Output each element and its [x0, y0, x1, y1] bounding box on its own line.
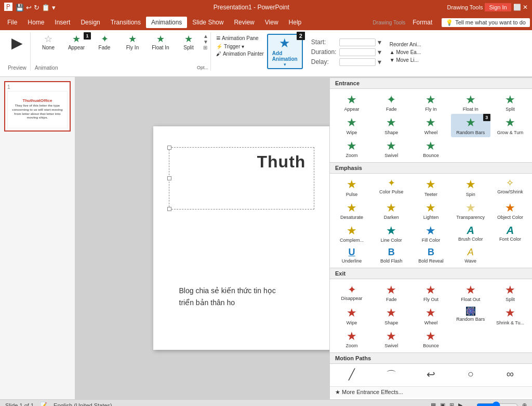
slideshow-icon[interactable]: ▶: [458, 402, 462, 406]
motion-loop[interactable]: ∞: [490, 366, 530, 384]
normal-view-icon[interactable]: ▦: [431, 402, 436, 406]
handle-tl[interactable]: [167, 146, 171, 150]
anim-none[interactable]: ☆ None: [35, 32, 62, 51]
anim-randombars[interactable]: ★ Random Bars 3: [451, 114, 490, 137]
start-dropdown[interactable]: ▾: [378, 38, 381, 46]
motion-line[interactable]: ╱: [332, 366, 371, 384]
menu-item-home[interactable]: Home: [22, 17, 49, 28]
motion-circle[interactable]: ○: [451, 366, 490, 384]
anim-bounce[interactable]: ★ Bounce: [411, 137, 450, 160]
save-icon[interactable]: 💾: [16, 4, 24, 11]
anim-brushcolor[interactable]: A Brush Color: [451, 222, 490, 245]
anim-floatin[interactable]: ★ Float In: [147, 32, 174, 51]
anim-fillcolor[interactable]: ★ Fill Color: [411, 222, 450, 245]
sign-in-button[interactable]: Sign In: [485, 3, 511, 11]
anim-appear[interactable]: ★ Appear: [332, 91, 371, 114]
anim-split[interactable]: ★ Split: [175, 32, 202, 51]
zoom-slider[interactable]: [476, 401, 518, 407]
tell-me-box[interactable]: 💡 Tell me what you want to do: [442, 18, 530, 27]
preview-button[interactable]: ▶: [7, 32, 27, 54]
anim-complement[interactable]: ★ Complem...: [332, 222, 371, 245]
anim-split[interactable]: ★ Split: [490, 91, 530, 114]
anim-wipe[interactable]: ★ Wipe: [332, 114, 371, 137]
handle-bl[interactable]: [167, 207, 171, 211]
move-earlier-button[interactable]: ▲ Move Ea...: [390, 49, 421, 55]
scroll-up-icon[interactable]: ▲: [203, 34, 208, 39]
menu-item-design[interactable]: Design: [75, 17, 105, 28]
menu-item-slideshow[interactable]: Slide Show: [187, 17, 229, 28]
exit-zoom[interactable]: ★ Zoom: [332, 328, 371, 350]
dropdown-icon[interactable]: ▾: [52, 4, 56, 11]
notes-icon[interactable]: 📝: [40, 402, 47, 406]
scroll-down-icon[interactable]: ▼: [203, 40, 208, 45]
redo-icon[interactable]: ↻: [34, 4, 39, 11]
exit-split[interactable]: ★ Split: [490, 281, 530, 304]
anim-fontcolor[interactable]: A Font Color: [490, 222, 530, 245]
anim-underline[interactable]: U Underline: [332, 245, 371, 266]
expand-icon[interactable]: ⊞: [203, 45, 208, 50]
menu-item-insert[interactable]: Insert: [49, 17, 75, 28]
format-tab[interactable]: Format: [407, 17, 437, 28]
anim-fade[interactable]: ✦ Fade: [371, 91, 411, 114]
anim-lighten[interactable]: ★ Lighten: [411, 199, 450, 222]
anim-pulse[interactable]: ★ Pulse: [332, 176, 371, 199]
zoom-out-icon[interactable]: —: [467, 402, 472, 407]
anim-transparency[interactable]: ★ Transparency: [451, 199, 490, 222]
delay-input[interactable]: [339, 58, 376, 66]
animation-painter-button[interactable]: 🖌 Animation Painter: [216, 51, 264, 57]
exit-flyout[interactable]: ★ Fly Out: [411, 281, 450, 304]
exit-randombars[interactable]: 🎆 Random Bars: [451, 304, 490, 327]
exit-shrink[interactable]: ★ Shrink & Tu...: [490, 304, 530, 327]
anim-desaturate[interactable]: ★ Desaturate: [332, 199, 371, 222]
anim-spin[interactable]: ★ Spin: [451, 176, 490, 199]
duration-dropdown[interactable]: ▾: [378, 48, 381, 56]
anim-fade[interactable]: ✦ Fade: [91, 32, 118, 51]
anim-swivel[interactable]: ★ Swivel: [371, 137, 411, 160]
animation-pane-button[interactable]: ≡ Animation Pane: [216, 34, 264, 42]
slide-thumbnail-1[interactable]: 1 ThuthuatOffice They live of this lette…: [4, 81, 71, 132]
exit-swivel[interactable]: ★ Swivel: [371, 328, 411, 350]
exit-wheel[interactable]: ★ Wheel: [411, 304, 450, 327]
undo-icon[interactable]: ↩: [26, 4, 32, 11]
motion-arc[interactable]: ⌒: [371, 366, 411, 384]
options-label[interactable]: Opt...: [197, 65, 208, 70]
anim-growshrink[interactable]: ✧ Grow/Shrink: [490, 176, 530, 199]
window-controls[interactable]: ⬜ ✕: [513, 4, 528, 11]
anim-floatin[interactable]: ★ Float In: [451, 91, 490, 114]
slide-sorter-icon[interactable]: ▣: [440, 402, 445, 406]
zoom-in-icon[interactable]: ⊕: [522, 402, 527, 406]
handle-ml[interactable]: [167, 176, 171, 180]
anim-flyin[interactable]: ★ Fly In: [411, 91, 450, 114]
duration-input[interactable]: [339, 48, 376, 56]
anim-boldflash[interactable]: B Bold Flash: [371, 245, 411, 266]
start-input[interactable]: [339, 38, 376, 46]
trigger-button[interactable]: ⚡ Trigger ▾: [216, 44, 264, 49]
move-later-button[interactable]: ▼ Move Li...: [390, 57, 421, 63]
anim-darken[interactable]: ★ Darken: [371, 199, 411, 222]
anim-appear[interactable]: ★ Appear 1: [63, 32, 90, 51]
reading-view-icon[interactable]: ⊞: [449, 402, 454, 406]
anim-wheel[interactable]: ★ Wheel: [411, 114, 450, 137]
anim-flyin[interactable]: ★ Fly In: [119, 32, 146, 51]
menu-item-transitions[interactable]: Transitions: [105, 17, 146, 28]
exit-shape[interactable]: ★ Shape: [371, 304, 411, 327]
menu-item-animations[interactable]: Animations: [146, 17, 187, 28]
anim-shape[interactable]: ★ Shape: [371, 114, 411, 137]
anim-grownturn[interactable]: ★ Grow & Turn: [490, 114, 530, 137]
anim-linecolor[interactable]: ★ Line Color: [371, 222, 411, 245]
exit-wipe[interactable]: ★ Wipe: [332, 304, 371, 327]
delay-dropdown[interactable]: ▾: [378, 58, 381, 66]
anim-colorpulse[interactable]: ✦ Color Pulse: [371, 176, 411, 199]
exit-bounce[interactable]: ★ Bounce: [411, 328, 450, 350]
anim-boldreveal[interactable]: B Bold Reveal: [411, 245, 450, 266]
exit-fade[interactable]: ★ Fade: [371, 281, 411, 304]
more-effects-button[interactable]: ★ More Entrance Effects...: [330, 386, 532, 398]
exit-disappear[interactable]: ✦ Disappear: [332, 281, 371, 304]
menu-item-file[interactable]: File: [2, 17, 22, 28]
anim-zoom[interactable]: ★ Zoom: [332, 137, 371, 160]
anim-objectcolor[interactable]: ★ Object Color: [490, 199, 530, 222]
customize-icon[interactable]: 📋: [42, 4, 50, 11]
anim-wave[interactable]: A Wave: [451, 245, 490, 266]
motion-turn[interactable]: ↩: [411, 366, 450, 384]
menu-item-help[interactable]: Help: [284, 17, 307, 28]
